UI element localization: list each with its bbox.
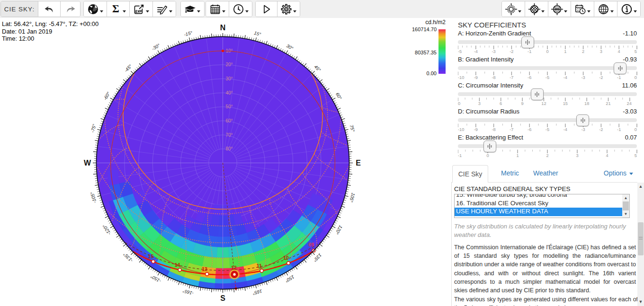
svg-text:24: 24 xyxy=(627,101,632,106)
svg-text:80°: 80° xyxy=(226,146,233,151)
svg-text:-1: -1 xyxy=(528,49,531,54)
svg-text:09: 09 xyxy=(308,242,314,247)
svg-text:-15°: -15° xyxy=(183,30,193,37)
svg-text:9: 9 xyxy=(521,101,524,106)
svg-text:165°: 165° xyxy=(252,289,262,296)
svg-text:cd.h/m2: cd.h/m2 xyxy=(425,19,446,26)
svg-text:-30°: -30° xyxy=(151,43,161,52)
svg-text:15°: 15° xyxy=(253,30,261,37)
svg-text:13: 13 xyxy=(202,266,207,272)
svg-text:40°: 40° xyxy=(226,90,233,96)
svg-text:-6: -6 xyxy=(528,127,531,132)
svg-text:3: 3 xyxy=(600,49,602,54)
svg-text:5: 5 xyxy=(635,49,637,54)
svg-text:-75°: -75° xyxy=(89,123,97,133)
svg-text:12: 12 xyxy=(231,265,237,271)
svg-text:1: 1 xyxy=(516,153,519,158)
svg-text:4: 4 xyxy=(618,49,620,54)
svg-text:0: 0 xyxy=(546,49,548,54)
svg-text:18: 18 xyxy=(584,101,589,106)
svg-text:0: 0 xyxy=(635,127,637,132)
svg-text:0: 0 xyxy=(458,101,460,106)
svg-text:-165°: -165° xyxy=(182,289,194,297)
svg-text:-9: -9 xyxy=(474,127,478,132)
svg-text:-60°: -60° xyxy=(102,91,111,101)
svg-text:-4: -4 xyxy=(564,75,567,80)
svg-text:160714.70: 160714.70 xyxy=(412,26,437,32)
svg-text:14: 14 xyxy=(175,262,180,268)
svg-text:12: 12 xyxy=(541,101,546,106)
svg-text:20°: 20° xyxy=(226,62,233,67)
svg-text:21: 21 xyxy=(606,101,610,106)
svg-text:150°: 150° xyxy=(284,274,295,284)
svg-text:-4: -4 xyxy=(564,127,567,132)
svg-text:2: 2 xyxy=(582,49,584,54)
svg-text:-5: -5 xyxy=(458,49,462,54)
svg-text:S: S xyxy=(220,294,225,302)
svg-text:E: E xyxy=(356,159,361,167)
svg-text:-5: -5 xyxy=(546,75,549,80)
svg-text:-2: -2 xyxy=(599,75,603,80)
svg-text:5: 5 xyxy=(635,153,637,158)
svg-text:-5: -5 xyxy=(546,127,549,132)
svg-text:-3: -3 xyxy=(492,49,495,54)
svg-text:-2: -2 xyxy=(510,49,513,54)
svg-text:4: 4 xyxy=(606,153,608,158)
svg-text:0.00: 0.00 xyxy=(427,70,437,76)
svg-text:-10: -10 xyxy=(458,75,464,80)
svg-text:50°: 50° xyxy=(226,104,233,109)
svg-text:60°: 60° xyxy=(335,92,343,100)
svg-text:75°: 75° xyxy=(349,124,356,132)
svg-text:-6: -6 xyxy=(528,75,531,80)
svg-text:15: 15 xyxy=(148,254,154,259)
svg-text:80357.35: 80357.35 xyxy=(415,50,437,55)
svg-text:30°: 30° xyxy=(286,43,294,51)
svg-text:10: 10 xyxy=(283,255,289,261)
svg-text:-8: -8 xyxy=(492,75,495,80)
svg-text:-7: -7 xyxy=(510,127,513,132)
svg-text:0: 0 xyxy=(635,75,637,80)
svg-text:3: 3 xyxy=(478,101,481,106)
svg-text:-9: -9 xyxy=(474,75,478,80)
svg-text:15: 15 xyxy=(563,101,568,106)
svg-text:11: 11 xyxy=(257,263,262,269)
svg-text:-4: -4 xyxy=(474,49,478,54)
svg-text:30°: 30° xyxy=(226,76,233,81)
svg-text:-10: -10 xyxy=(458,127,464,132)
svg-text:-3: -3 xyxy=(581,75,585,80)
svg-text:120°: 120° xyxy=(334,224,344,235)
svg-text:-105°: -105° xyxy=(89,192,98,204)
svg-text:N: N xyxy=(220,24,226,32)
svg-text:-8: -8 xyxy=(492,127,495,132)
svg-text:6: 6 xyxy=(500,101,502,106)
svg-text:-1: -1 xyxy=(458,153,462,158)
svg-text:0: 0 xyxy=(486,153,489,158)
svg-text:-150°: -150° xyxy=(150,274,162,284)
svg-text:2: 2 xyxy=(546,153,548,158)
svg-text:1: 1 xyxy=(564,49,566,54)
svg-text:W: W xyxy=(84,159,91,167)
svg-text:3: 3 xyxy=(576,153,578,158)
svg-text:105°: 105° xyxy=(349,192,356,202)
svg-text:-1: -1 xyxy=(617,75,621,80)
svg-text:60°: 60° xyxy=(226,118,233,123)
svg-text:-120°: -120° xyxy=(102,224,112,236)
svg-text:-3: -3 xyxy=(581,127,585,132)
svg-text:Σ: Σ xyxy=(112,3,119,15)
svg-text:-1: -1 xyxy=(617,127,621,132)
svg-text:-7: -7 xyxy=(510,75,513,80)
svg-text:-2: -2 xyxy=(599,127,603,132)
svg-text:70°: 70° xyxy=(226,132,233,138)
